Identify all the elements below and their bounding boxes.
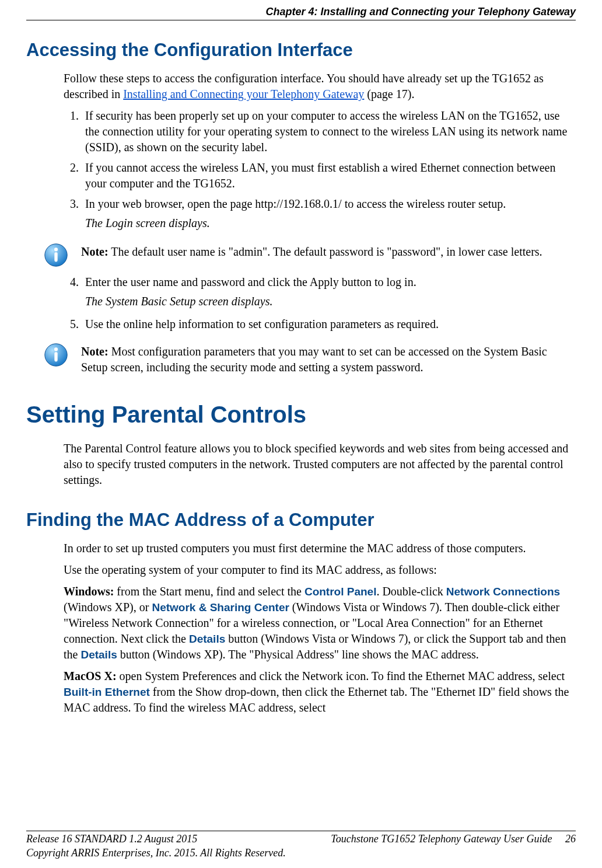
footer-page-number: 26 [565, 833, 576, 845]
step-text: In your web browser, open the page http:… [85, 197, 506, 210]
info-icon [43, 242, 69, 269]
parental-intro: The Parental Control feature allows you … [64, 441, 576, 488]
xref-install-connect[interactable]: Installing and Connecting your Telephony… [123, 88, 364, 100]
heading-accessing-config: Accessing the Configuration Interface [26, 38, 576, 62]
footer-copyright: Copyright ARRIS Enterprises, Inc. 2015. … [26, 846, 286, 860]
step-item: If security has been properly set up on … [82, 108, 576, 155]
svg-rect-2 [54, 252, 57, 262]
step-text: Enter the user name and password and cli… [85, 276, 416, 288]
ui-network-connections: Network Connections [446, 585, 560, 598]
intro-paragraph: Follow these steps to access the configu… [64, 71, 576, 102]
t: from the Start menu, find and select the [114, 585, 304, 598]
result-text: The Login screen displays. [85, 215, 576, 231]
svg-point-1 [54, 247, 58, 251]
note-body: Most configuration parameters that you m… [81, 345, 547, 374]
svg-point-4 [54, 347, 58, 351]
note-text: Note: The default user name is "admin". … [81, 244, 576, 260]
t: (Windows XP), or [64, 601, 152, 613]
footer-doc-title: Touchstone TG1652 Telephony Gateway User… [331, 833, 552, 845]
t: open System Preferences and click the Ne… [117, 670, 565, 682]
heading-mac-address: Finding the MAC Address of a Computer [26, 508, 576, 532]
mac-p1: In order to set up trusted computers you… [64, 541, 576, 556]
note-label: Note: [81, 345, 108, 358]
svg-rect-5 [54, 352, 57, 361]
ui-network-sharing-center: Network & Sharing Center [152, 601, 289, 613]
footer-release: Release 16 STANDARD 1.2 August 2015 [26, 832, 197, 846]
ui-builtin-ethernet: Built-in Ethernet [64, 686, 150, 698]
ui-details: Details [80, 649, 117, 661]
running-header: Chapter 4: Installing and Connecting you… [26, 0, 576, 20]
steps-list-continued: Enter the user name and password and cli… [64, 274, 576, 332]
info-icon [43, 341, 69, 368]
macos-paragraph: MacOS X: open System Preferences and cli… [64, 668, 576, 716]
note-body: The default user name is "admin". The de… [108, 245, 542, 258]
result-text: The System Basic Setup screen displays. [85, 294, 576, 309]
t: . Double-click [376, 585, 446, 598]
note-block: Note: Most configuration parameters that… [43, 338, 576, 375]
steps-list: If security has been properly set up on … [64, 108, 576, 231]
note-text: Note: Most configuration parameters that… [81, 344, 576, 375]
windows-label: Windows: [64, 585, 114, 598]
windows-paragraph: Windows: from the Start menu, find and s… [64, 584, 576, 663]
note-label: Note: [81, 245, 108, 258]
ui-details: Details [189, 633, 225, 645]
intro-text-post: (page 17). [364, 88, 414, 100]
step-item: In your web browser, open the page http:… [82, 196, 576, 231]
macos-label: MacOS X: [64, 670, 117, 682]
step-item: Use the online help information to set c… [82, 316, 576, 332]
mac-p2: Use the operating system of your compute… [64, 562, 576, 578]
note-block: Note: The default user name is "admin". … [43, 238, 576, 269]
page-footer: Release 16 STANDARD 1.2 August 2015 Touc… [26, 831, 576, 860]
heading-parental-controls: Setting Parental Controls [26, 399, 576, 430]
step-item: Enter the user name and password and cli… [82, 274, 576, 309]
step-item: If you cannot access the wireless LAN, y… [82, 160, 576, 191]
ui-control-panel: Control Panel [304, 585, 377, 598]
t: button (Windows XP). The "Physical Addre… [117, 648, 479, 661]
